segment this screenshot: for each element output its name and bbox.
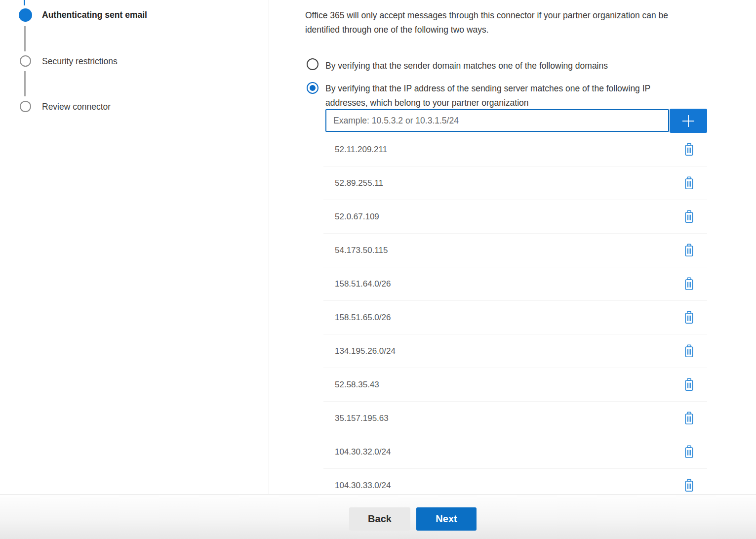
plus-icon	[681, 114, 696, 128]
ip-value: 158.51.64.0/26	[335, 279, 391, 289]
delete-ip-button[interactable]	[684, 378, 694, 391]
delete-ip-button[interactable]	[684, 210, 694, 223]
wizard-steps-sidebar: Authenticating sent email Security restr…	[0, 0, 269, 494]
intro-text: Office 365 will only accept messages thr…	[305, 8, 756, 37]
step-upcoming-indicator-icon	[20, 55, 31, 67]
trash-icon	[684, 445, 694, 458]
delete-ip-button[interactable]	[684, 143, 694, 156]
delete-ip-button[interactable]	[684, 311, 694, 324]
ip-value: 54.173.50.115	[335, 246, 388, 255]
intro-line-1: Office 365 will only accept messages thr…	[305, 8, 756, 23]
ip-address-input[interactable]	[325, 109, 669, 132]
radio-ip-address[interactable]	[307, 82, 318, 94]
delete-ip-button[interactable]	[684, 445, 694, 458]
radio-ip-address-label-line-1: By verifying that the IP address of the …	[325, 82, 735, 96]
connector-wizard-page: Authenticating sent email Security restr…	[0, 0, 756, 539]
ip-value: 52.89.255.11	[335, 178, 383, 188]
wizard-footer: Back Next	[0, 494, 756, 539]
ip-value: 52.0.67.109	[335, 212, 379, 222]
ip-value: 104.30.32.0/24	[335, 447, 391, 457]
ip-row: 52.0.67.109	[323, 200, 707, 234]
trash-icon	[684, 479, 694, 492]
ip-row: 104.30.32.0/24	[323, 435, 707, 469]
trash-icon	[684, 277, 694, 290]
step-connector-line	[24, 71, 26, 96]
step-authenticating-sent-email: Authenticating sent email	[42, 10, 147, 20]
ip-value: 134.195.26.0/24	[335, 346, 396, 356]
trash-icon	[684, 210, 694, 223]
radio-selected-dot-icon	[310, 85, 316, 91]
ip-value: 35.157.195.63	[335, 414, 389, 423]
ip-value: 52.58.35.43	[335, 380, 379, 390]
trash-icon	[684, 143, 694, 156]
step-current-indicator-icon	[19, 8, 32, 22]
next-button[interactable]: Next	[416, 507, 477, 531]
ip-row: 54.173.50.115	[323, 234, 707, 267]
ip-row: 52.58.35.43	[323, 368, 707, 402]
radio-sender-domain[interactable]	[307, 58, 318, 70]
ip-address-list: 52.11.209.211 52.89.255.11	[323, 133, 707, 494]
trash-icon	[684, 244, 694, 257]
intro-line-2: identified through one of the following …	[305, 23, 756, 37]
delete-ip-button[interactable]	[684, 277, 694, 290]
ip-value: 104.30.33.0/24	[335, 481, 391, 491]
delete-ip-button[interactable]	[684, 244, 694, 257]
ip-row: 158.51.65.0/26	[323, 301, 707, 334]
trash-icon	[684, 378, 694, 391]
step-connector-line-completed	[24, 0, 25, 5]
delete-ip-button[interactable]	[684, 176, 694, 190]
step-connector-line	[24, 26, 26, 51]
ip-row: 52.11.209.211	[323, 133, 707, 166]
ip-row: 158.51.64.0/26	[323, 267, 707, 301]
delete-ip-button[interactable]	[684, 479, 694, 492]
ip-row: 104.30.33.0/24	[323, 469, 707, 494]
ip-row: 35.157.195.63	[323, 402, 707, 435]
trash-icon	[684, 176, 694, 190]
ip-value: 52.11.209.211	[335, 145, 387, 155]
radio-ip-address-label-line-2: addresses, which belong to your partner …	[325, 96, 735, 110]
back-button[interactable]: Back	[349, 507, 410, 531]
delete-ip-button[interactable]	[684, 412, 694, 425]
step-security-restrictions: Security restrictions	[42, 56, 118, 67]
add-ip-button[interactable]	[670, 109, 707, 133]
step-review-connector: Review connector	[42, 102, 111, 112]
trash-icon	[684, 311, 694, 324]
trash-icon	[684, 344, 694, 358]
ip-value: 158.51.65.0/26	[335, 313, 391, 323]
wizard-body: Authenticating sent email Security restr…	[0, 0, 756, 494]
delete-ip-button[interactable]	[684, 344, 694, 358]
trash-icon	[684, 412, 694, 425]
ip-row: 134.195.26.0/24	[323, 334, 707, 368]
step-upcoming-indicator-icon	[20, 101, 31, 112]
radio-ip-address-label[interactable]: By verifying that the IP address of the …	[325, 82, 735, 110]
ip-row: 52.89.255.11	[323, 166, 707, 200]
radio-sender-domain-label[interactable]: By verifying that the sender domain matc…	[325, 59, 608, 73]
